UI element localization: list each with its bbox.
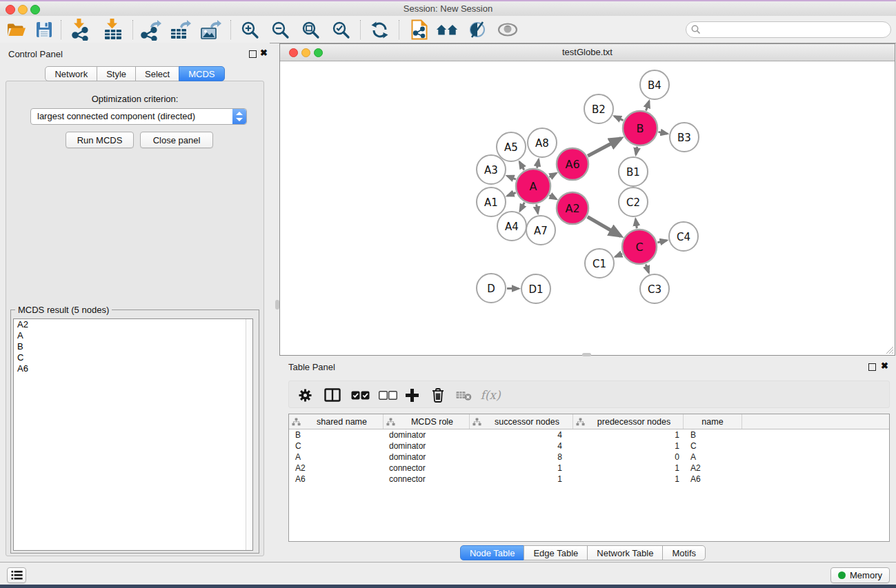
table-cell[interactable]: 8 <box>470 452 573 463</box>
table-cell[interactable]: B <box>289 429 384 440</box>
edge-B-B1[interactable] <box>636 147 637 155</box>
save-session-icon[interactable] <box>33 19 55 41</box>
task-history-button[interactable] <box>7 567 26 583</box>
edge-A-A7[interactable] <box>537 205 538 214</box>
search-box[interactable] <box>686 21 891 38</box>
table-row[interactable]: Bdominator41B <box>289 429 889 440</box>
table-cell[interactable]: 1 <box>470 474 573 485</box>
edge-C-C2[interactable] <box>635 219 637 229</box>
column-header-MCDS-role[interactable]: MCDS role <box>384 414 470 429</box>
graph-node-B2[interactable]: B2 <box>584 94 613 123</box>
tab-select[interactable]: Select <box>135 66 179 81</box>
graph-node-D1[interactable]: D1 <box>521 274 550 303</box>
tab-mcds[interactable]: MCDS <box>179 66 224 81</box>
float-panel-icon[interactable] <box>249 50 257 58</box>
table-cell[interactable]: 1 <box>573 429 684 440</box>
edge-A-A2[interactable] <box>550 195 557 199</box>
table-cell[interactable]: 4 <box>470 429 573 440</box>
graph-node-B1[interactable]: B1 <box>619 157 648 186</box>
graph-node-C2[interactable]: C2 <box>619 187 648 216</box>
export-network-icon[interactable] <box>139 19 161 41</box>
column-header-successor-nodes[interactable]: successor nodes <box>470 414 573 429</box>
tab-motifs[interactable]: Motifs <box>662 545 706 560</box>
table-cell[interactable]: 1 <box>573 474 684 485</box>
edge-B-B2[interactable] <box>615 116 624 121</box>
zoom-in-icon[interactable] <box>239 19 261 41</box>
graph-node-A[interactable]: A <box>516 169 550 203</box>
table-cell[interactable]: 0 <box>573 452 684 463</box>
network-vertical-scrollbar[interactable] <box>275 300 279 310</box>
export-image-icon[interactable] <box>199 19 221 41</box>
new-network-from-selection-icon[interactable] <box>408 19 430 41</box>
search-input[interactable] <box>703 23 885 37</box>
deselect-all-icon[interactable] <box>377 385 398 405</box>
export-table-icon[interactable] <box>169 19 191 41</box>
mcds-result-list[interactable]: A2ABCA6 <box>13 318 253 551</box>
import-network-icon[interactable] <box>69 19 91 41</box>
table-cell[interactable]: connector <box>384 463 470 474</box>
graph-node-C4[interactable]: C4 <box>669 222 698 251</box>
import-table-icon[interactable] <box>102 19 124 41</box>
table-cell[interactable]: 1 <box>470 463 573 474</box>
edge-C-C1[interactable] <box>615 254 622 256</box>
graph-node-A5[interactable]: A5 <box>497 132 526 161</box>
graph-node-A3[interactable]: A3 <box>477 155 506 184</box>
table-row[interactable]: A6connector11A6 <box>289 474 889 485</box>
memory-button[interactable]: Memory <box>830 567 890 583</box>
select-all-icon[interactable] <box>350 385 370 405</box>
graph-node-A6[interactable]: A6 <box>557 148 588 180</box>
column-header-shared-name[interactable]: shared name <box>289 414 384 429</box>
edge-A-A1[interactable] <box>507 193 515 196</box>
table-cell[interactable]: C <box>684 440 742 452</box>
zoom-selected-icon[interactable] <box>330 19 352 41</box>
zoom-out-icon[interactable] <box>269 19 291 41</box>
table-cell[interactable]: A <box>684 452 742 463</box>
edge-C-C4[interactable] <box>657 241 666 243</box>
table-row[interactable]: Adominator80A <box>289 452 889 463</box>
graph-node-A4[interactable]: A4 <box>497 212 526 241</box>
tab-edge-table[interactable]: Edge Table <box>524 545 588 560</box>
edge-A-A5[interactable] <box>519 162 524 170</box>
table-cell[interactable]: C <box>289 440 384 452</box>
edge-A2-C[interactable] <box>588 217 621 236</box>
window-titlebar[interactable]: Session: New Session <box>0 1 896 16</box>
show-column-icon[interactable] <box>322 385 343 405</box>
result-list-scrollbar[interactable] <box>246 319 252 550</box>
edge-A-A6[interactable] <box>550 173 557 177</box>
add-row-icon[interactable] <box>401 385 422 405</box>
table-row[interactable]: Cdominator41C <box>289 440 889 452</box>
graph-node-A8[interactable]: A8 <box>528 128 557 157</box>
table-cell[interactable]: dominator <box>384 429 470 440</box>
edge-C-C3[interactable] <box>646 264 648 272</box>
graph-node-A1[interactable]: A1 <box>477 187 506 216</box>
graph-node-A2[interactable]: A2 <box>557 192 588 224</box>
table-cell[interactable]: 1 <box>573 463 684 474</box>
show-hide-icon[interactable] <box>466 19 488 41</box>
tab-network[interactable]: Network <box>45 66 97 81</box>
network-graph[interactable]: A5A8A3A1A4A7AA6A2B2B4BB3B1C2CC4C1C3DD1 <box>280 61 895 355</box>
table-cell[interactable]: A6 <box>289 474 384 485</box>
close-panel-icon[interactable]: ✖ <box>260 48 268 58</box>
zoom-fit-icon[interactable] <box>299 19 321 41</box>
network-window-titlebar[interactable]: testGlobe.txt <box>280 44 895 61</box>
table-cell[interactable]: A <box>289 452 384 463</box>
table-cell[interactable]: connector <box>384 474 470 485</box>
run-mcds-button[interactable]: Run MCDS <box>66 132 134 148</box>
table-row[interactable]: A2connector11A2 <box>289 463 889 474</box>
result-list-item[interactable]: B <box>14 341 252 352</box>
table-cell[interactable]: B <box>684 429 742 440</box>
preview-icon[interactable] <box>497 19 519 41</box>
network-canvas[interactable]: A5A8A3A1A4A7AA6A2B2B4BB3B1C2CC4C1C3DD1 <box>280 61 895 355</box>
float-table-panel-icon[interactable] <box>868 363 876 371</box>
table-cell[interactable]: dominator <box>384 440 470 452</box>
settings-icon[interactable] <box>295 385 315 405</box>
edge-A-A3[interactable] <box>507 176 516 179</box>
criterion-select[interactable]: largest connected component (directed) <box>30 108 247 125</box>
tab-node-table[interactable]: Node Table <box>460 545 525 560</box>
first-neighbors-icon[interactable] <box>436 19 458 41</box>
edge-A-A8[interactable] <box>537 160 539 168</box>
graph-node-B[interactable]: B <box>623 111 657 145</box>
table-cell[interactable]: dominator <box>384 452 470 463</box>
edge-B-B3[interactable] <box>659 132 668 134</box>
result-list-item[interactable]: A2 <box>14 319 252 330</box>
